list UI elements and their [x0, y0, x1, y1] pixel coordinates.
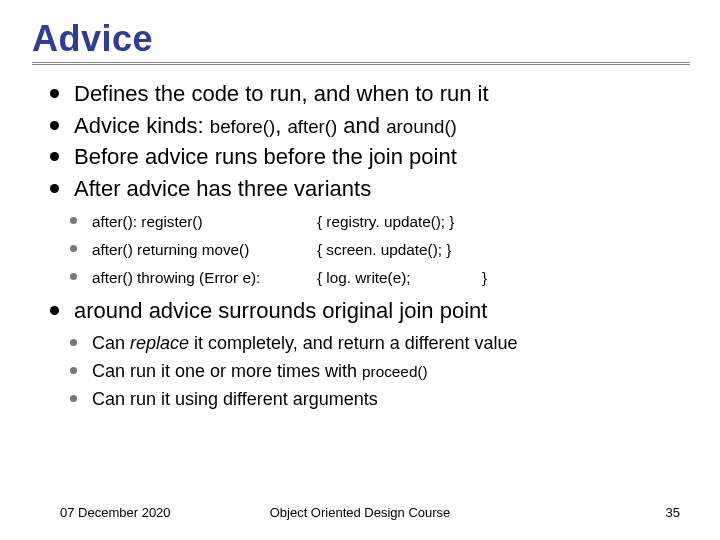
sub-item: after(): register() { registry. update()… — [70, 208, 690, 234]
bullet-item: Defines the code to run, and when to run… — [50, 79, 682, 109]
sub-item: Can run it using different arguments — [70, 386, 690, 412]
code-right: { screen. update(); } — [317, 239, 477, 261]
bullet-item: Before advice runs before the join point — [50, 142, 682, 172]
sub-list-variants: after(): register() { registry. update()… — [30, 208, 690, 290]
text: it completely, and return a different va… — [189, 333, 518, 353]
sub-item: Can run it one or more times with procee… — [70, 358, 690, 384]
sub-list-around: Can replace it completely, and return a … — [30, 330, 690, 412]
code-right: { registry. update(); } — [317, 211, 477, 233]
footer-date: 07 December 2020 — [60, 505, 171, 520]
bullet-list: Defines the code to run, and when to run… — [30, 79, 690, 204]
keyword-proceed: proceed() — [362, 363, 427, 380]
sub-item: after() throwing (Error e): { log. write… — [70, 264, 690, 290]
text: Can run it one or more times with — [92, 361, 362, 381]
bullet-item: After advice has three variants — [50, 174, 682, 204]
sub-item: Can replace it completely, and return a … — [70, 330, 690, 356]
bullet-item: Advice kinds: before(), after() and arou… — [50, 111, 682, 141]
emphasis: replace — [130, 333, 189, 353]
footer-course: Object Oriented Design Course — [270, 505, 451, 520]
sub-item: after() returning move() { screen. updat… — [70, 236, 690, 262]
keyword-before: before() — [210, 116, 275, 137]
bullet-list-2: around advice surrounds original join po… — [30, 296, 690, 326]
code-brace: } — [482, 267, 487, 289]
footer: 07 December 2020 Object Oriented Design … — [0, 505, 720, 520]
code-left: after() throwing (Error e): — [92, 267, 312, 289]
text: Advice kinds: — [74, 113, 210, 138]
text: advice surrounds original join point — [143, 298, 488, 323]
code-right: { log. write(e); — [317, 267, 477, 289]
text: and — [337, 113, 386, 138]
keyword-after: after() — [287, 116, 337, 137]
keyword-around: around() — [386, 116, 457, 137]
code-left: after() returning move() — [92, 239, 312, 261]
slide-title: Advice — [32, 18, 690, 65]
bullet-item: around advice surrounds original join po… — [50, 296, 682, 326]
footer-page-number: 35 — [666, 505, 680, 520]
slide: Advice Defines the code to run, and when… — [0, 0, 720, 540]
text: , — [275, 113, 287, 138]
text: Can — [92, 333, 130, 353]
code-left: after(): register() — [92, 211, 312, 233]
keyword-around: around — [74, 298, 143, 323]
